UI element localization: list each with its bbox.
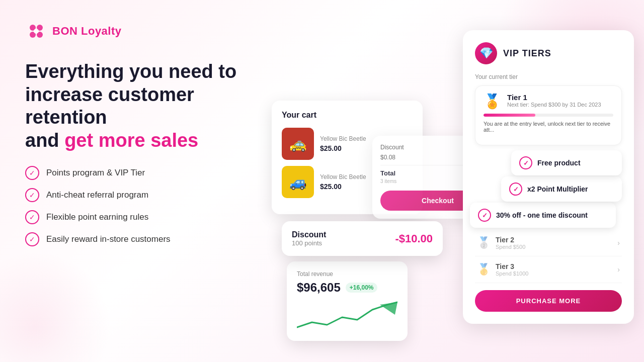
tier-current-name: Tier 1 — [507, 93, 601, 102]
tier2-icon: 🥈 — [477, 236, 491, 249]
logo-text: BON Loyalty — [52, 25, 122, 38]
benefit-label-2: x2 Point Multiplier — [527, 185, 588, 193]
vip-header: 💎 VIP TIERS — [475, 42, 622, 64]
tier-current-card: 🏅 Tier 1 Next tier: Spend $300 by 31 Dec… — [475, 85, 622, 145]
chevron-down-icon-tier2: › — [617, 239, 620, 247]
chevron-down-icon-tier3: › — [617, 265, 620, 274]
left-panel: BON Loyalty Everything you need to incre… — [0, 0, 272, 266]
receipt-total-label: Total3 items — [380, 169, 396, 185]
cart-item-name-1: Yellow Bic Beetle — [320, 135, 366, 142]
logo: BON Loyalty — [25, 20, 247, 42]
svg-marker-5 — [380, 302, 397, 315]
headline-part1: Everything you need to — [25, 61, 236, 82]
vip-title: VIP TIERS — [503, 48, 551, 59]
tier2-name: Tier 2 — [496, 236, 525, 244]
vip-diamond-icon: 💎 — [479, 47, 493, 60]
check-icon-3: ✓ — [25, 210, 39, 224]
right-panel: Your cart 🚕 Yellow Bic Beetle $25.00 🚙 Y… — [272, 0, 644, 362]
revenue-label: Total revenue — [297, 270, 397, 278]
feature-label-2: Anti-cheat referral program — [46, 190, 148, 200]
discount-amount: -$10.00 — [395, 232, 433, 245]
feature-list: ✓ Points program & VIP Tier ✓ Anti-cheat… — [25, 166, 247, 246]
headline-part3: and — [25, 130, 64, 151]
cart-item-img-1: 🚕 — [282, 128, 314, 160]
revenue-badge: +16,00% — [346, 283, 378, 293]
benefit-check-icon-1: ✓ — [519, 156, 532, 169]
benefit-free-product: ✓ Free product — [511, 150, 622, 175]
tier2-info: Tier 2 Spend $500 — [496, 236, 525, 250]
purchase-more-button[interactable]: PURCHASE MORE — [475, 290, 622, 312]
cart-item-details-1: Yellow Bic Beetle $25.00 — [320, 135, 366, 152]
discount-label: Discount — [292, 230, 326, 239]
vip-icon: 💎 — [475, 42, 497, 64]
revenue-row: $96,605 +16,00% — [297, 281, 397, 295]
cart-item-name-2: Yellow Bic Beetle — [320, 173, 366, 180]
hero-headline: Everything you need to increase customer… — [25, 60, 247, 152]
tier3-icon: 🥇 — [477, 263, 491, 276]
check-icon-1: ✓ — [25, 166, 39, 180]
tier-next-tier3[interactable]: 🥇 Tier 3 Spend $1000 › — [475, 256, 622, 283]
benefit-x2-multiplier: ✓ x2 Point Multiplier — [501, 176, 622, 202]
check-icon-4: ✓ — [25, 232, 39, 246]
vip-widget: 💎 VIP TIERS Your current tier 🏅 Tier 1 N… — [463, 30, 634, 324]
feature-item-3: ✓ Flexible point earning rules — [25, 210, 247, 224]
tier-medal-icon: 🏅 — [484, 93, 501, 110]
tier3-info: Tier 3 Spend $1000 — [496, 262, 528, 277]
tier-next-left-2: 🥈 Tier 2 Spend $500 — [477, 236, 525, 250]
cart-item-details-2: Yellow Bic Beetle $25.00 — [320, 173, 366, 191]
cart-item-price-2: $25.00 — [320, 183, 366, 191]
feature-item-4: ✓ Easily reward in-store customers — [25, 232, 247, 246]
cart-item-price-1: $25.00 — [320, 144, 366, 152]
tier-description: You are at the entry level, unlock next … — [484, 121, 613, 133]
check-icon-2: ✓ — [25, 188, 39, 202]
benefit-label-3: 30% off - one time discount — [496, 211, 588, 219]
logo-icon — [25, 20, 47, 42]
feature-label-1: Points program & VIP Tier — [46, 168, 145, 178]
feature-item-1: ✓ Points program & VIP Tier — [25, 166, 247, 180]
benefit-label-1: Free product — [537, 159, 581, 167]
revenue-amount: $96,605 — [297, 281, 341, 295]
tier-progress-bar — [484, 114, 613, 117]
tier-next-left-3: 🥇 Tier 3 Spend $1000 — [477, 262, 528, 277]
tier2-spend: Spend $500 — [496, 244, 525, 250]
current-tier-label: Your current tier — [475, 73, 622, 80]
discount-points: 100 points — [292, 239, 326, 247]
benefit-check-icon-3: ✓ — [478, 209, 491, 222]
feature-label-4: Easily reward in-store customers — [46, 234, 171, 244]
discount-banner: Discount 100 points -$10.00 — [282, 221, 443, 256]
tier-current-info: Tier 1 Next tier: Spend $300 by 31 Dec 2… — [507, 93, 601, 108]
svg-point-4 — [34, 29, 39, 34]
benefit-check-icon-2: ✓ — [509, 183, 522, 196]
receipt-discount-label: Discount — [380, 144, 404, 151]
cart-title: Your cart — [282, 111, 413, 120]
tier-current-sub: Next tier: Spend $300 by 31 Dec 2023 — [507, 102, 601, 108]
tier3-name: Tier 3 — [496, 262, 528, 270]
tier-current-top: 🏅 Tier 1 Next tier: Spend $300 by 31 Dec… — [484, 93, 613, 110]
receipt-sub-label: $0.08 — [380, 154, 395, 161]
headline-part2: increase customer retention — [25, 84, 194, 128]
feature-item-2: ✓ Anti-cheat referral program — [25, 188, 247, 202]
tier-progress-fill — [484, 114, 535, 117]
revenue-widget: Total revenue $96,605 +16,00% — [287, 261, 408, 341]
discount-left: Discount 100 points — [292, 230, 326, 247]
headline-accent: get more sales — [64, 130, 198, 151]
tier-next-tier2[interactable]: 🥈 Tier 2 Spend $500 › — [475, 230, 622, 256]
feature-label-3: Flexible point earning rules — [46, 212, 148, 222]
revenue-chart — [297, 300, 397, 332]
benefit-30-discount: ✓ 30% off - one time discount — [470, 203, 616, 228]
tier3-spend: Spend $1000 — [496, 270, 528, 277]
cart-item-img-2: 🚙 — [282, 166, 314, 198]
